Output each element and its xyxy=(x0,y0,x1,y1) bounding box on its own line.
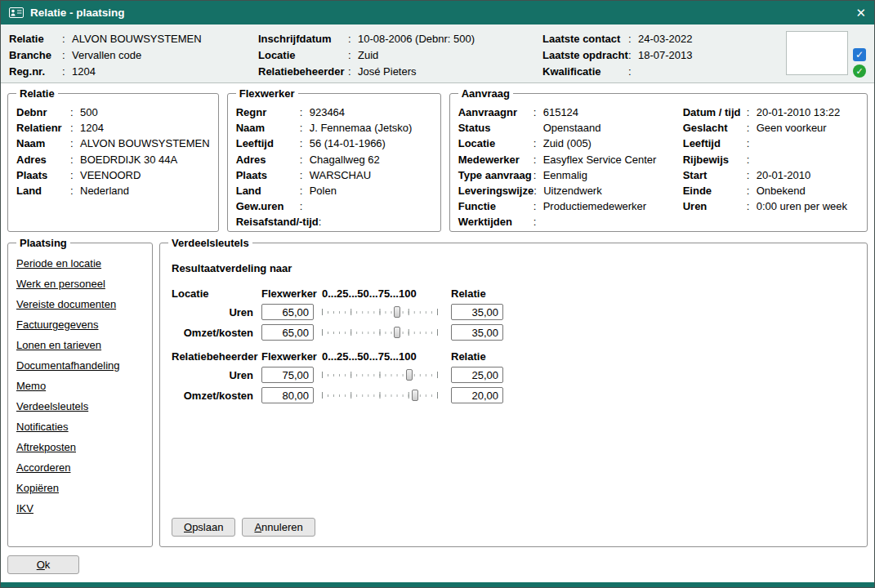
column-header-flexwerker: Flexwerker xyxy=(261,287,314,300)
verdeelsleutels-fieldset: Verdeelsleutels Resultaatverdeling naar … xyxy=(159,237,868,547)
field-value: Vervallen code xyxy=(72,47,141,64)
nav-link-memo[interactable]: Memo xyxy=(16,380,46,392)
info-row: Leveringswijze : Uitzendwerk xyxy=(458,183,683,198)
field-label: Inschrijfdatum xyxy=(258,31,348,47)
info-row: Debnr : 500 xyxy=(16,105,210,120)
field-label: Aanvraagnr xyxy=(458,105,533,120)
field-label: Leeftijd xyxy=(683,136,747,151)
locatie-uren-slider[interactable] xyxy=(322,305,438,319)
field-separator: : xyxy=(70,136,80,151)
beheerder-omzet-slider[interactable] xyxy=(322,388,438,403)
field-label: Reg.nr. xyxy=(9,64,62,80)
field-value: Eenmalig xyxy=(543,167,587,183)
field-value: WARSCHAU xyxy=(310,167,371,183)
nav-link-aftrekposten[interactable]: Aftrekposten xyxy=(16,441,76,453)
nav-link-periode-en-locatie[interactable]: Periode en locatie xyxy=(16,257,101,270)
locatie-omzet-relatie-input[interactable] xyxy=(451,324,503,341)
field-label: Debnr xyxy=(16,105,70,120)
field-label: Status xyxy=(458,120,533,136)
info-row: Rijbewijs : xyxy=(683,152,859,167)
plaatsing-legend: Plaatsing xyxy=(16,237,70,249)
nav-link-kopieren[interactable]: Kopiëren xyxy=(16,482,59,494)
field-label: Plaats xyxy=(16,167,70,183)
info-row: Einde : Onbekend xyxy=(683,183,859,198)
contact-card-icon xyxy=(9,7,24,18)
locatie-omzet-flexwerker-input[interactable] xyxy=(261,324,314,341)
field-value: 923464 xyxy=(310,105,345,120)
field-label: Type aanvraag xyxy=(458,167,533,183)
slider-thumb[interactable] xyxy=(394,306,400,318)
info-row: Regnr : 923464 xyxy=(236,105,432,120)
field-separator: : xyxy=(300,120,310,136)
field-label: Land xyxy=(16,183,70,198)
info-row: Status Openstaand xyxy=(458,120,683,136)
field-value: ALVON BOUWSYSTEMEN xyxy=(80,136,210,151)
info-row: Aanvraagnr : 615124 xyxy=(458,105,683,120)
beheerder-omzet-relatie-input[interactable] xyxy=(451,387,503,403)
ok-row: Ok xyxy=(7,555,868,574)
field-value: 24-03-2022 xyxy=(638,31,693,47)
main-content: Relatie Debnr : 500 Relatienr : 1204 Naa… xyxy=(1,83,874,582)
nav-link-documentafhandeling[interactable]: Documentafhandeling xyxy=(16,359,119,372)
green-check-icon[interactable]: ✓ xyxy=(853,65,866,78)
row-label-omzet-kosten: Omzet/kosten xyxy=(172,327,253,339)
field-separator: : xyxy=(300,152,310,167)
nav-link-notificaties[interactable]: Notificaties xyxy=(16,421,69,433)
locatie-omzet-slider[interactable] xyxy=(322,325,438,340)
nav-link-verdeelsleutels[interactable]: Verdeelsleutels xyxy=(16,400,88,412)
relatie-plaatsing-window: Relatie - plaatsing ✕ Relatie : ALVON BO… xyxy=(0,0,875,588)
field-value: J. Fennemaa (Jetsko) xyxy=(310,120,413,136)
ok-button[interactable]: Ok xyxy=(7,555,79,574)
beheerder-uren-flexwerker-input[interactable] xyxy=(261,367,314,383)
nav-link-vereiste-documenten[interactable]: Vereiste documenten xyxy=(16,298,116,310)
nav-link-accorderen[interactable]: Accorderen xyxy=(16,461,70,474)
field-label: Rijbewijs xyxy=(683,152,747,167)
aanvraag-columns: Aanvraagnr : 615124 Status Openstaand Lo… xyxy=(458,105,859,230)
window-title: Relatie - plaatsing xyxy=(30,7,125,19)
beheerder-uren-slider[interactable] xyxy=(322,368,438,382)
nav-link-factuurgegevens[interactable]: Factuurgegevens xyxy=(16,318,98,331)
field-value: Productiemedewerker xyxy=(543,198,646,214)
info-row: Functie : Productiemedewerker xyxy=(458,198,683,214)
locatie-uren-flexwerker-input[interactable] xyxy=(261,304,314,320)
nav-link-werk-en-personeel[interactable]: Werk en personeel xyxy=(16,278,105,290)
field-separator: : xyxy=(747,105,757,120)
info-row: Plaats : VEENOORD xyxy=(16,167,210,183)
locatie-uren-relatie-input[interactable] xyxy=(451,304,503,320)
field-label: Naam xyxy=(236,120,300,136)
info-row: Land : Nederland xyxy=(16,183,210,198)
slider-thumb[interactable] xyxy=(406,369,413,381)
verdeelsleutels-legend: Verdeelsleutels xyxy=(168,237,252,249)
field-separator: : xyxy=(70,105,80,120)
field-separator: : xyxy=(747,198,757,214)
save-button[interactable]: Opslaan xyxy=(172,518,235,537)
field-separator: : xyxy=(62,31,72,47)
field-label: Locatie xyxy=(258,47,348,64)
field-value: Chagallweg 62 xyxy=(310,152,380,167)
beheerder-omzet-flexwerker-input[interactable] xyxy=(261,387,314,403)
ok-rest: k xyxy=(45,559,51,571)
close-icon[interactable]: ✕ xyxy=(855,7,866,19)
info-row: Naam : J. Fennemaa (Jetsko) xyxy=(236,120,432,136)
slider-thumb[interactable] xyxy=(412,390,418,401)
field-separator: : xyxy=(628,64,638,80)
field-label: Gew.uren xyxy=(236,198,300,214)
cancel-button[interactable]: Annuleren xyxy=(242,518,315,537)
field-label: Adres xyxy=(236,152,300,167)
info-row: Reisafstand/-tijd : xyxy=(236,214,432,229)
bottom-row: Plaatsing Periode en locatie Werk en per… xyxy=(7,237,868,547)
aanvraag-right-column: Datum / tijd : 20-01-2010 13:22 Geslacht… xyxy=(683,105,859,230)
field-separator: : xyxy=(747,152,757,167)
field-label: Adres xyxy=(16,152,70,167)
nav-link-lonen-en-tarieven[interactable]: Lonen en tarieven xyxy=(16,339,101,351)
nav-link-ikv[interactable]: IKV xyxy=(16,502,33,514)
field-value: 615124 xyxy=(543,105,578,120)
field-label: Naam xyxy=(16,136,70,151)
slider-thumb[interactable] xyxy=(394,327,400,338)
field-label: Functie xyxy=(458,198,533,214)
info-fieldsets-row: Relatie Debnr : 500 Relatienr : 1204 Naa… xyxy=(7,87,868,232)
header-row: Relatiebeheerder : José Pieters xyxy=(258,64,542,80)
info-row: Land : Polen xyxy=(236,183,432,198)
blue-checkbox-icon[interactable]: ✓ xyxy=(853,48,866,61)
beheerder-uren-relatie-input[interactable] xyxy=(451,367,503,383)
